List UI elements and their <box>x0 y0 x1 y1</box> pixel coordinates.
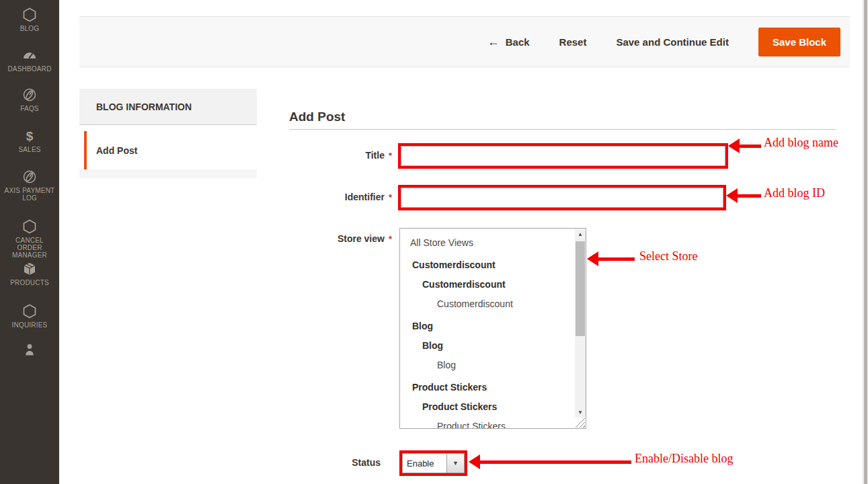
status-label: Status <box>289 457 381 468</box>
annotation-title-note: Add blog name <box>764 136 838 150</box>
panel-strip <box>79 169 257 178</box>
store-option[interactable]: Blog <box>400 316 574 335</box>
sidebar-item-cancel-order-manager[interactable]: CANCEL ORDER MANAGER <box>0 218 59 259</box>
scroll-up-icon[interactable]: ▲ <box>575 229 586 239</box>
store-option[interactable]: Product Stickers <box>400 397 574 416</box>
save-block-button[interactable]: Save Block <box>758 28 840 56</box>
annotation-arrow-shaft <box>739 145 761 148</box>
hexagon-icon <box>22 303 38 319</box>
annotation-identifier-note: Add blog ID <box>764 186 825 200</box>
status-select[interactable]: Enable ▼ <box>402 453 465 473</box>
dollar-icon: $ <box>22 128 38 144</box>
gauge-icon <box>22 47 38 63</box>
badge-icon <box>22 169 38 185</box>
status-field-highlight: Enable ▼ <box>399 450 467 476</box>
store-option[interactable]: Customerdiscount <box>400 274 574 294</box>
store-option[interactable]: Product Stickers <box>400 377 574 397</box>
sidebar-item-faqs[interactable]: FAQS <box>0 87 59 112</box>
sidebar-item-account[interactable] <box>0 341 59 360</box>
sidebar-item-sales[interactable]: $ SALES <box>0 128 59 153</box>
box-icon <box>22 261 38 277</box>
required-asterisk: * <box>389 192 392 202</box>
panel-item-add-post[interactable]: Add Post <box>84 131 257 169</box>
required-asterisk: * <box>389 234 392 244</box>
list-scrollbar-thumb[interactable] <box>576 241 585 336</box>
sidebar-item-dashboard[interactable]: DASHBOARD <box>0 47 59 73</box>
save-and-continue-button[interactable]: Save and Continue Edit <box>616 36 729 48</box>
store-view-label: Store view* <box>289 233 392 244</box>
panel-header: BLOG INFORMATION <box>79 89 257 125</box>
hexagon-icon <box>22 218 38 235</box>
sidebar-item-label: FAQS <box>0 105 59 112</box>
page-title: Add Post <box>289 110 345 124</box>
reset-button-label: Reset <box>559 36 587 48</box>
identifier-label: Identifier* <box>289 192 392 202</box>
store-view-list-items: All Store ViewsCustomerdiscountCustomerd… <box>400 233 574 429</box>
store-option[interactable]: Blog <box>400 355 574 374</box>
sidebar-item-label: BLOG <box>0 25 59 32</box>
sidebar-item-label: PRODUCTS <box>0 279 59 286</box>
back-button[interactable]: ← Back <box>487 36 530 48</box>
page-scrollbar[interactable] <box>863 0 868 484</box>
status-select-value: Enable <box>403 454 446 473</box>
admin-sidebar: BLOG DASHBOARD FAQS $ SALES AXIS PAYMENT… <box>0 0 59 484</box>
person-icon <box>22 341 38 358</box>
store-option[interactable]: Blog <box>400 335 574 355</box>
svg-text:$: $ <box>26 129 34 143</box>
annotation-arrow-icon <box>587 251 598 266</box>
sidebar-item-blog[interactable]: BLOG <box>0 7 59 32</box>
sidebar-item-label: CANCEL ORDER MANAGER <box>0 237 59 259</box>
hexagon-icon <box>22 7 38 23</box>
sidebar-item-label: AXIS PAYMENT LOG <box>0 187 59 202</box>
store-option[interactable]: Customerdiscount <box>400 294 574 313</box>
required-asterisk: * <box>389 151 392 161</box>
chevron-down-icon[interactable]: ▼ <box>446 454 464 473</box>
annotation-arrow-shaft <box>598 257 635 261</box>
scroll-down-icon[interactable]: ▼ <box>575 407 586 417</box>
annotation-arrow-icon <box>726 188 738 203</box>
action-toolbar: ← Back Reset Save and Continue Edit Save… <box>79 16 850 67</box>
identifier-field-highlight <box>398 185 726 210</box>
form-divider <box>289 129 836 130</box>
page-scrollbar-thumb[interactable] <box>864 0 867 484</box>
sidebar-item-inquiries[interactable]: INQUIRIES <box>0 303 59 329</box>
panel-gap <box>79 125 257 131</box>
store-view-list[interactable]: All Store ViewsCustomerdiscountCustomerd… <box>399 228 586 429</box>
annotation-arrow-shaft <box>737 194 761 198</box>
sidebar-item-products[interactable]: PRODUCTS <box>0 261 59 286</box>
sidebar-item-axis-payment-log[interactable]: AXIS PAYMENT LOG <box>0 169 59 202</box>
title-label: Title* <box>289 150 392 161</box>
save-and-continue-label: Save and Continue Edit <box>616 36 729 48</box>
list-scrollbar[interactable]: ▲ ▼ <box>575 229 586 417</box>
store-option[interactable]: Product Stickers <box>400 416 574 429</box>
back-button-label: Back <box>506 36 530 48</box>
blog-information-panel: BLOG INFORMATION Add Post <box>79 89 257 178</box>
title-input[interactable] <box>401 146 725 166</box>
back-arrow-icon: ← <box>487 37 500 46</box>
badge-icon <box>22 87 38 103</box>
annotation-status-note: Enable/Disable blog <box>635 452 733 466</box>
title-field-highlight <box>398 143 728 169</box>
identifier-input[interactable] <box>401 188 723 208</box>
resize-grip-icon[interactable] <box>575 417 585 428</box>
reset-button[interactable]: Reset <box>559 36 587 48</box>
annotation-arrow-icon <box>469 454 480 469</box>
store-option[interactable]: All Store Views <box>400 233 574 252</box>
annotation-arrow-icon <box>728 138 740 153</box>
store-option[interactable]: Customerdiscount <box>400 255 574 274</box>
sidebar-item-label: INQUIRIES <box>0 321 59 329</box>
sidebar-item-label: DASHBOARD <box>0 65 59 73</box>
annotation-arrow-shaft <box>479 460 631 464</box>
sidebar-item-label: SALES <box>0 146 59 153</box>
annotation-store-note: Select Store <box>639 249 697 264</box>
